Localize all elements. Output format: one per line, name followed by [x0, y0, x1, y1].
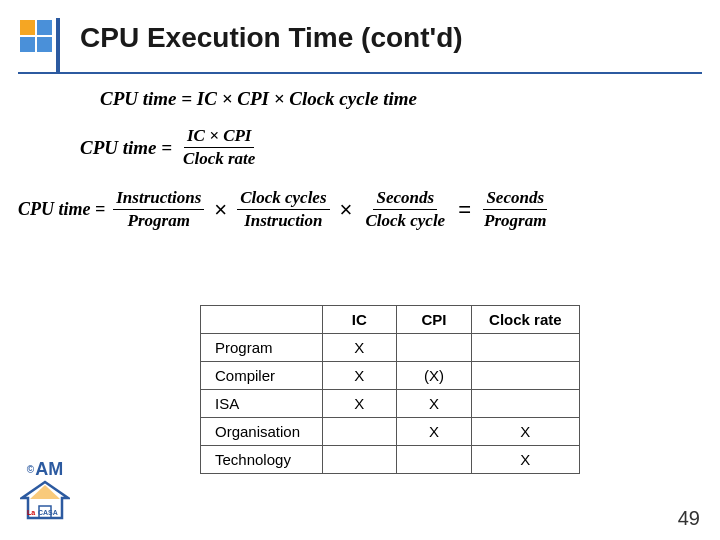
- formula-frac3: Seconds Clock cycle: [362, 188, 448, 231]
- copyright-symbol: ©: [27, 464, 34, 475]
- corner-decoration: [20, 20, 52, 56]
- page-title: CPU Execution Time (cont'd): [80, 22, 463, 54]
- row-ic-program: X: [322, 334, 397, 362]
- formula-frac2: Clock cycles Instruction: [237, 188, 329, 231]
- table-row: Organisation X X: [201, 418, 580, 446]
- svg-rect-1: [37, 20, 52, 35]
- row-label-organisation: Organisation: [201, 418, 323, 446]
- row-cpi-organisation: X: [397, 418, 472, 446]
- header-empty: [201, 306, 323, 334]
- logo-am-text: AM: [35, 459, 63, 480]
- times-2: ×: [340, 197, 353, 223]
- formula-2: CPU time = IC × CPI Clock rate: [80, 126, 258, 169]
- row-ic-isa: X: [322, 390, 397, 418]
- formula-2-label: CPU time =: [80, 137, 172, 159]
- row-cpi-isa: X: [397, 390, 472, 418]
- svg-marker-6: [30, 485, 60, 499]
- logo-area: © AM La CASA: [20, 459, 70, 520]
- header-cpi: CPI: [397, 306, 472, 334]
- logo-am: © AM: [27, 459, 63, 480]
- formula-1: CPU time = IC × CPI × Clock cycle time: [100, 88, 417, 110]
- row-ic-technology: [322, 446, 397, 474]
- svg-rect-3: [37, 37, 52, 52]
- svg-text:La: La: [27, 509, 35, 516]
- svg-rect-2: [20, 37, 35, 52]
- row-ic-organisation: [322, 418, 397, 446]
- table-header-row: IC CPI Clock rate: [201, 306, 580, 334]
- svg-text:CASA: CASA: [38, 509, 58, 516]
- formula-3: CPU time = Instructions Program × Clock …: [18, 188, 549, 231]
- row-clock-program: [471, 334, 579, 362]
- equals: =: [458, 197, 471, 223]
- title-underline: [18, 72, 702, 74]
- row-label-program: Program: [201, 334, 323, 362]
- house-icon: La CASA: [20, 480, 70, 520]
- fraction-num: IC × CPI: [184, 126, 254, 148]
- row-ic-compiler: X: [322, 362, 397, 390]
- row-label-technology: Technology: [201, 446, 323, 474]
- formula-frac1: Instructions Program: [113, 188, 204, 231]
- fraction-den: Clock rate: [180, 148, 258, 169]
- svg-rect-0: [20, 20, 35, 35]
- table-container: IC CPI Clock rate Program X Compiler X (…: [200, 305, 580, 474]
- row-label-isa: ISA: [201, 390, 323, 418]
- row-cpi-compiler: (X): [397, 362, 472, 390]
- table-row: Program X: [201, 334, 580, 362]
- header-clock-rate: Clock rate: [471, 306, 579, 334]
- table-row: Compiler X (X): [201, 362, 580, 390]
- data-table: IC CPI Clock rate Program X Compiler X (…: [200, 305, 580, 474]
- formula-2-fraction: IC × CPI Clock rate: [180, 126, 258, 169]
- table-row: ISA X X: [201, 390, 580, 418]
- table-row: Technology X: [201, 446, 580, 474]
- times-1: ×: [214, 197, 227, 223]
- row-clock-isa: [471, 390, 579, 418]
- vertical-accent: [56, 18, 60, 74]
- row-cpi-program: [397, 334, 472, 362]
- formula-3-label: CPU time =: [18, 199, 105, 220]
- row-clock-organisation: X: [471, 418, 579, 446]
- row-clock-compiler: [471, 362, 579, 390]
- row-cpi-technology: [397, 446, 472, 474]
- row-clock-technology: X: [471, 446, 579, 474]
- row-label-compiler: Compiler: [201, 362, 323, 390]
- formula-frac4: Seconds Program: [481, 188, 549, 231]
- header-ic: IC: [322, 306, 397, 334]
- page-number: 49: [678, 507, 700, 530]
